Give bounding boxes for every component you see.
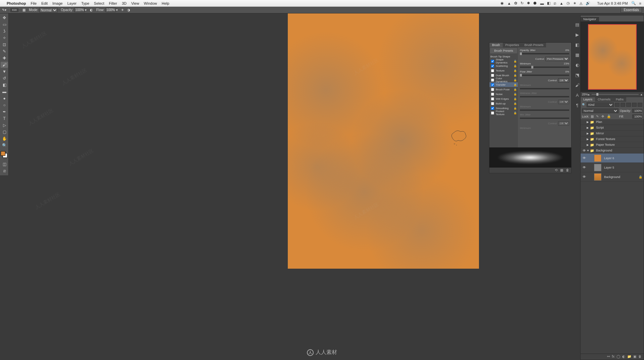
sync-icon[interactable]: ↻	[521, 1, 524, 5]
new-adjustment-icon[interactable]: ◐	[622, 355, 625, 359]
visibility-icon[interactable]: 👁	[582, 156, 587, 160]
type-tool[interactable]: T	[1, 116, 8, 122]
hand-tool[interactable]: ✋	[1, 136, 8, 142]
actions-icon[interactable]: ▶	[574, 32, 580, 38]
layer-group-forest-texture[interactable]: ▶📁Forest Texture	[581, 136, 644, 142]
delete-layer-icon[interactable]: 🗑	[638, 355, 642, 359]
brush-option-checkbox[interactable]	[491, 74, 494, 77]
lock-icon[interactable]: 🔒	[514, 83, 517, 86]
layer-layer-5[interactable]: 👁Layer 5	[581, 163, 644, 172]
lock-icon[interactable]: 🔒	[514, 74, 517, 77]
eyedropper-tool[interactable]: ✎	[1, 48, 8, 54]
layer-thumbnail[interactable]	[594, 154, 601, 162]
opacity-jitter-value[interactable]: 0%	[560, 49, 569, 52]
stamp-tool[interactable]: ▼	[1, 69, 8, 75]
brush-option-checkbox[interactable]	[491, 102, 494, 105]
wifi-icon[interactable]: ◬	[580, 1, 582, 5]
brush-presets-button[interactable]: Brush Presets	[490, 48, 517, 53]
datetime[interactable]: Tue Apr 8 3:48 PM	[597, 1, 628, 5]
marquee-tool[interactable]: ▭	[1, 21, 8, 28]
brush-option-checkbox[interactable]	[491, 92, 494, 95]
layer-opacity[interactable]: 100%	[632, 109, 642, 113]
layer-group-mirror[interactable]: ▶📁Mirror	[581, 131, 644, 136]
opacity-value[interactable]: 100%	[74, 8, 85, 12]
blend-mode[interactable]: Normal	[582, 108, 619, 113]
tab-layers[interactable]: Layers	[581, 97, 595, 102]
lasso-tool[interactable]: ʖ	[1, 28, 8, 34]
lock-icon[interactable]: 🔒	[514, 60, 517, 63]
brush-tool[interactable]: 🖌	[1, 62, 8, 68]
minimum-slider[interactable]	[520, 66, 569, 68]
brush-option-checkbox[interactable]	[491, 88, 494, 91]
brush-option-checkbox[interactable]	[491, 106, 494, 109]
menu-image[interactable]: Image	[52, 1, 63, 5]
brush-option-scattering[interactable]: Scattering🔒	[489, 63, 518, 68]
brush-option-checkbox[interactable]	[491, 59, 494, 62]
lock-icon[interactable]: 🔒	[514, 93, 517, 96]
lock-pixels-icon[interactable]: ✎	[596, 115, 600, 119]
pressure-size-icon[interactable]: ◑	[127, 8, 130, 12]
expand-icon[interactable]: ▶	[587, 126, 590, 129]
wand-tool[interactable]: ✧	[1, 35, 8, 41]
workspace-switcher[interactable]: Essentials	[621, 7, 642, 13]
menu-edit[interactable]: Edit	[41, 1, 48, 5]
tab-brush-presets[interactable]: Brush Presets	[522, 43, 546, 47]
delete-brush-icon[interactable]: 🗑	[566, 168, 569, 172]
camera-icon[interactable]: ◧	[547, 1, 550, 5]
brush-option-color-dynamics[interactable]: Color Dynamics🔒	[489, 78, 518, 82]
pen-tool[interactable]: ✒	[1, 109, 8, 115]
lock-icon[interactable]: 🔒	[514, 64, 517, 68]
filter-pixel-icon[interactable]	[615, 103, 620, 107]
visibility-icon[interactable]: 👁	[582, 166, 587, 169]
layer-thumbnail[interactable]	[594, 173, 601, 181]
character-icon[interactable]: A	[574, 92, 580, 98]
menu-help[interactable]: Help	[162, 1, 169, 5]
expand-icon[interactable]: ▶	[587, 138, 590, 141]
styles-icon[interactable]: ⬔	[574, 72, 580, 78]
lock-icon[interactable]: 🔒	[514, 97, 517, 100]
spotlight-icon[interactable]: 🔍	[631, 1, 636, 5]
app-name[interactable]: Photoshop	[7, 1, 26, 5]
bluetooth-icon[interactable]: ∗	[573, 1, 576, 5]
path-select-tool[interactable]: ▷	[1, 122, 8, 128]
dodge-tool[interactable]: ○	[1, 102, 8, 108]
zoom-slider[interactable]	[592, 94, 639, 95]
filter-adjust-icon[interactable]	[621, 103, 625, 107]
layer-group-background[interactable]: 👁▼📁Background	[581, 148, 644, 153]
tab-brush[interactable]: Brush	[489, 43, 503, 47]
airbrush-icon[interactable]: ✈	[121, 8, 124, 12]
brush-option-build-up[interactable]: Build-up🔒	[489, 101, 518, 106]
lock-icon[interactable]: 🔒	[514, 111, 517, 115]
crop-tool[interactable]: ⊡	[1, 42, 8, 48]
bell-icon[interactable]: ▲	[507, 1, 511, 5]
menu-layer[interactable]: Layer	[67, 1, 77, 5]
screenmode-tool[interactable]: ⎚	[1, 168, 8, 174]
menu-view[interactable]: View	[131, 1, 139, 5]
brush-option-checkbox[interactable]	[491, 78, 494, 81]
new-brush-icon[interactable]: ▦	[560, 168, 563, 172]
shape-tool[interactable]: ▢	[1, 129, 8, 135]
screen-icon[interactable]: ⎚	[554, 1, 556, 5]
menu-window[interactable]: Window	[144, 1, 157, 5]
fill-value[interactable]: 100%	[632, 115, 642, 119]
display-icon[interactable]: ▬	[540, 1, 544, 5]
layer-group-paper-texture[interactable]: ▶📁Paper Texture	[581, 142, 644, 148]
navigator-tab[interactable]: Navigator	[581, 16, 599, 21]
brush-panel-toggle[interactable]: ▦	[22, 8, 25, 12]
gradient-tool[interactable]: ▬	[1, 89, 8, 95]
visibility-icon[interactable]: 👁	[582, 149, 587, 152]
healing-tool[interactable]: ✚	[1, 55, 8, 61]
leaf-icon[interactable]: ✿	[514, 1, 517, 5]
menu-type[interactable]: Type	[81, 1, 89, 5]
layer-layer-6[interactable]: 👁Layer 6	[581, 153, 644, 163]
filter-icon[interactable]: 🔍	[582, 103, 586, 106]
layer-group-plan[interactable]: ▶📁Plan	[581, 119, 644, 125]
lock-icon[interactable]: 🔒	[514, 69, 517, 72]
minimum-value[interactable]: 23%	[560, 62, 569, 65]
flow-jitter-slider[interactable]	[520, 75, 569, 76]
history-brush-tool[interactable]: ↺	[1, 75, 8, 81]
layer-background[interactable]: 👁Background🔒	[581, 172, 644, 182]
menu-filter[interactable]: Filter	[109, 1, 117, 5]
shield-icon[interactable]: ⬢	[533, 1, 537, 5]
filter-shape-icon[interactable]	[632, 103, 637, 107]
